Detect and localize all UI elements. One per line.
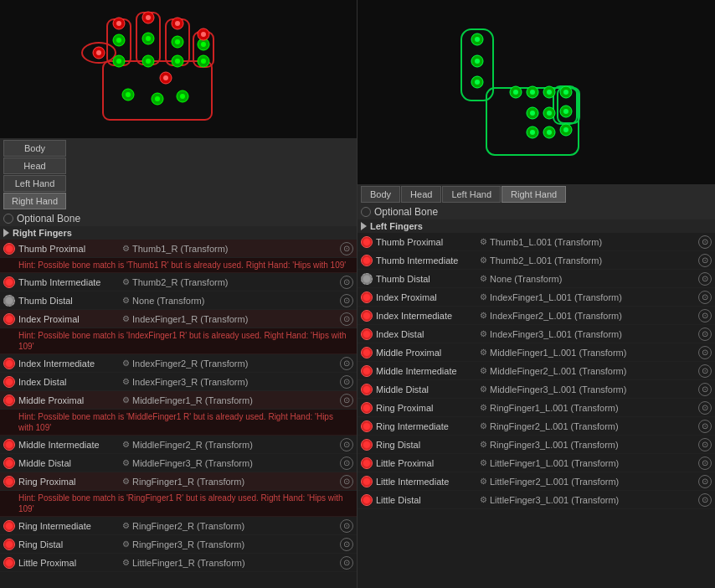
bone-end-icon[interactable] bbox=[698, 401, 712, 415]
bone-end-icon[interactable] bbox=[698, 309, 712, 322]
bone-transform: ⚙ MiddleFinger1_R (Transform) bbox=[122, 395, 337, 405]
bone-transform: ⚙ RingFinger1_R (Transform) bbox=[122, 477, 337, 487]
left-button-bar: Body Head Left Hand Right Hand bbox=[0, 138, 357, 211]
bone-name: Ring Distal bbox=[376, 440, 476, 450]
table-row[interactable]: Little Proximal ⚙ LittleFinger1_L.001 (T… bbox=[358, 454, 715, 472]
table-row[interactable]: Thumb Distal ⚙ None (Transform) bbox=[358, 270, 715, 288]
table-row[interactable]: Ring Distal ⚙ RingFinger3_L.001 (Transfo… bbox=[358, 436, 715, 454]
table-row[interactable]: Ring Distal ⚙ RingFinger3_R (Transform) bbox=[0, 535, 357, 554]
transform-icon: ⚙ bbox=[122, 521, 130, 530]
bone-transform: ⚙ MiddleFinger3_L.001 (Transform) bbox=[480, 384, 695, 395]
transform-icon: ⚙ bbox=[480, 329, 487, 338]
left-bone-list[interactable]: Thumb Proximal ⚙ Thumb1_R (Transform) Hi… bbox=[0, 240, 357, 588]
bone-name: Little Distal bbox=[376, 495, 476, 505]
bone-end-icon[interactable] bbox=[340, 276, 353, 289]
bone-end-icon[interactable] bbox=[340, 519, 353, 533]
table-row[interactable]: Ring Proximal ⚙ RingFinger1_R (Transform… bbox=[0, 472, 357, 491]
svg-point-11 bbox=[116, 38, 121, 43]
bone-name: Index Proximal bbox=[376, 292, 476, 302]
svg-point-49 bbox=[475, 80, 480, 85]
table-row[interactable]: Index Proximal ⚙ IndexFinger1_L.001 (Tra… bbox=[358, 288, 715, 307]
transform-icon: ⚙ bbox=[480, 421, 487, 431]
bone-end-icon[interactable] bbox=[698, 475, 712, 488]
bone-end-icon[interactable] bbox=[698, 456, 712, 470]
bone-end-icon[interactable] bbox=[340, 456, 353, 470]
right-bone-list[interactable]: Thumb Proximal ⚙ Thumb1_L.001 (Transform… bbox=[358, 233, 715, 588]
bone-name: Little Proximal bbox=[376, 458, 476, 468]
table-row[interactable]: Index Intermediate ⚙ IndexFinger2_L.001 … bbox=[358, 307, 715, 325]
table-row[interactable]: Little Proximal ⚙ LittleFinger1_R (Trans… bbox=[0, 554, 357, 572]
bone-transform: ⚙ RingFinger3_R (Transform) bbox=[122, 539, 337, 549]
bone-icon-red bbox=[361, 328, 373, 340]
left-head-button[interactable]: Head bbox=[3, 157, 66, 174]
right-righthand-button[interactable]: Right Hand bbox=[502, 186, 566, 203]
table-row[interactable]: Little Distal ⚙ LittleFinger3_L.001 (Tra… bbox=[358, 491, 715, 509]
right-head-button[interactable]: Head bbox=[401, 186, 441, 203]
bone-end-icon[interactable] bbox=[698, 420, 712, 433]
svg-point-65 bbox=[530, 130, 535, 135]
table-row[interactable]: Thumb Distal ⚙ None (Transform) bbox=[0, 291, 357, 310]
bone-end-icon[interactable] bbox=[698, 254, 712, 267]
error-message: Hint: Possible bone match is 'Thumb1 R' … bbox=[0, 258, 357, 273]
svg-point-7 bbox=[96, 50, 101, 55]
bone-transform: ⚙ MiddleFinger3_R (Transform) bbox=[122, 458, 337, 468]
bone-name: Index Intermediate bbox=[18, 358, 119, 369]
bone-icon-red bbox=[3, 457, 15, 469]
table-row[interactable]: Thumb Intermediate ⚙ Thumb2_L.001 (Trans… bbox=[358, 251, 715, 270]
bone-end-icon[interactable] bbox=[340, 538, 353, 551]
table-row[interactable]: Middle Proximal ⚙ MiddleFinger1_R (Trans… bbox=[0, 391, 357, 410]
bone-end-icon[interactable] bbox=[340, 394, 353, 407]
bone-end-icon[interactable] bbox=[340, 438, 353, 451]
bone-end-icon[interactable] bbox=[340, 475, 353, 488]
bone-end-icon[interactable] bbox=[340, 294, 353, 307]
table-row[interactable]: Middle Distal ⚙ MiddleFinger3_R (Transfo… bbox=[0, 454, 357, 472]
table-row[interactable]: Index Proximal ⚙ IndexFinger1_R (Transfo… bbox=[0, 310, 357, 328]
table-row[interactable]: Index Intermediate ⚙ IndexFinger2_R (Tra… bbox=[0, 354, 357, 373]
bone-end-icon[interactable] bbox=[340, 556, 353, 570]
right-lefthand-button[interactable]: Left Hand bbox=[442, 186, 501, 203]
left-righthand-button[interactable]: Right Hand bbox=[3, 193, 66, 209]
bone-transform: ⚙ IndexFinger1_R (Transform) bbox=[122, 314, 337, 324]
bone-end-icon[interactable] bbox=[698, 272, 712, 286]
bone-end-icon[interactable] bbox=[340, 242, 353, 255]
svg-point-53 bbox=[530, 90, 535, 95]
table-row[interactable]: Ring Intermediate ⚙ RingFinger2_L.001 (T… bbox=[358, 417, 715, 436]
bone-end-icon[interactable] bbox=[340, 312, 353, 326]
left-viewport bbox=[0, 0, 357, 138]
bone-end-icon[interactable] bbox=[698, 346, 712, 359]
bone-end-icon[interactable] bbox=[698, 328, 712, 341]
right-optional-bone-checkbox[interactable] bbox=[361, 207, 371, 217]
bone-end-icon[interactable] bbox=[698, 291, 712, 304]
svg-point-61 bbox=[547, 111, 552, 116]
table-row[interactable]: Thumb Proximal ⚙ Thumb1_L.001 (Transform… bbox=[358, 233, 715, 251]
left-body-button[interactable]: Body bbox=[3, 140, 66, 157]
table-row[interactable]: Middle Distal ⚙ MiddleFinger3_L.001 (Tra… bbox=[358, 380, 715, 399]
bone-end-icon[interactable] bbox=[340, 375, 353, 389]
right-body-button[interactable]: Body bbox=[361, 186, 400, 203]
table-row[interactable]: Middle Intermediate ⚙ MiddleFinger2_R (T… bbox=[0, 436, 357, 454]
transform-icon: ⚙ bbox=[480, 311, 487, 320]
table-row[interactable]: Middle Proximal ⚙ MiddleFinger1_L.001 (T… bbox=[358, 343, 715, 362]
bone-end-icon[interactable] bbox=[698, 383, 712, 396]
svg-point-39 bbox=[163, 75, 168, 80]
table-row[interactable]: Middle Intermediate ⚙ MiddleFinger2_L.00… bbox=[358, 362, 715, 380]
table-row[interactable]: Little Intermediate ⚙ LittleFinger2_L.00… bbox=[358, 472, 715, 491]
left-lefthand-button[interactable]: Left Hand bbox=[3, 175, 66, 192]
table-row[interactable]: Ring Proximal ⚙ RingFinger1_L.001 (Trans… bbox=[358, 399, 715, 417]
table-row[interactable]: Thumb Intermediate ⚙ Thumb2_R (Transform… bbox=[0, 273, 357, 291]
optional-bone-checkbox[interactable] bbox=[3, 214, 13, 224]
table-row[interactable]: Index Distal ⚙ IndexFinger3_R (Transform… bbox=[0, 373, 357, 391]
bone-end-icon[interactable] bbox=[698, 438, 712, 451]
bone-icon-red bbox=[3, 395, 15, 406]
bone-transform: ⚙ RingFinger2_L.001 (Transform) bbox=[480, 421, 695, 431]
table-row[interactable]: Ring Intermediate ⚙ RingFinger2_R (Trans… bbox=[0, 517, 357, 535]
right-group-triangle-icon bbox=[361, 222, 367, 230]
bone-transform: ⚙ IndexFinger2_L.001 (Transform) bbox=[480, 311, 695, 321]
table-row[interactable]: Index Distal ⚙ IndexFinger3_L.001 (Trans… bbox=[358, 325, 715, 343]
bone-end-icon[interactable] bbox=[340, 357, 353, 370]
bone-end-icon[interactable] bbox=[698, 493, 712, 507]
bone-end-icon[interactable] bbox=[698, 235, 712, 249]
bone-end-icon[interactable] bbox=[698, 364, 712, 378]
bone-transform: ⚙ LittleFinger1_R (Transform) bbox=[122, 558, 337, 568]
table-row[interactable]: Thumb Proximal ⚙ Thumb1_R (Transform) bbox=[0, 240, 357, 258]
